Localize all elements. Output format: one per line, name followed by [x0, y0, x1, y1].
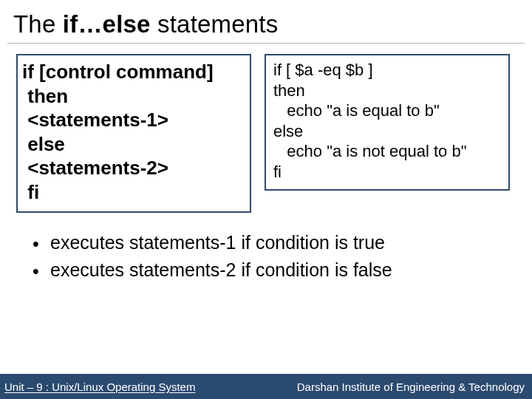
syntax-box: if [control command] then <statements-1>… [16, 54, 251, 213]
example-line: echo "a is not equal to b" [273, 141, 501, 162]
bullet-row: • executes statements-2 if condition is … [33, 259, 517, 284]
example-line: then [273, 81, 501, 101]
title-post: statements [151, 10, 279, 38]
example-box: if [ $a -eq $b ] then echo "a is equal t… [265, 54, 510, 191]
bullet-row: • executes statements-1 if condition is … [33, 232, 517, 256]
bullet-text: executes statements-1 if condition is tr… [50, 232, 385, 253]
slide-title: The if…else statements [0, 0, 532, 43]
slide: The if…else statements if [control comma… [0, 0, 532, 399]
example-line: fi [273, 162, 501, 183]
syntax-line: fi [22, 180, 242, 205]
bullet-text: executes statements-2 if condition is fa… [50, 259, 392, 281]
footer-left: Unit – 9 : Unix/Linux Operating System [4, 381, 195, 393]
example-line: echo "a is equal to b" [273, 100, 501, 121]
syntax-line: <statements-1> [22, 108, 242, 132]
bullet-dot-icon: • [33, 259, 37, 284]
title-bold: if…else [63, 10, 151, 38]
slide-footer: Unit – 9 : Unix/Linux Operating System D… [0, 374, 532, 399]
footer-right: Darshan Institute of Engineering & Techn… [297, 381, 525, 393]
bullet-list: • executes statements-1 if condition is … [0, 213, 532, 283]
syntax-line: else [22, 132, 242, 157]
example-line: if [ $a -eq $b ] [273, 60, 501, 81]
bullet-dot-icon: • [33, 232, 37, 256]
syntax-line: if [control command] [22, 60, 242, 84]
example-line: else [273, 121, 501, 142]
content-columns: if [control command] then <statements-1>… [0, 44, 532, 213]
title-pre: The [13, 10, 63, 38]
syntax-line: <statements-2> [22, 156, 242, 180]
syntax-line: then [22, 84, 242, 109]
